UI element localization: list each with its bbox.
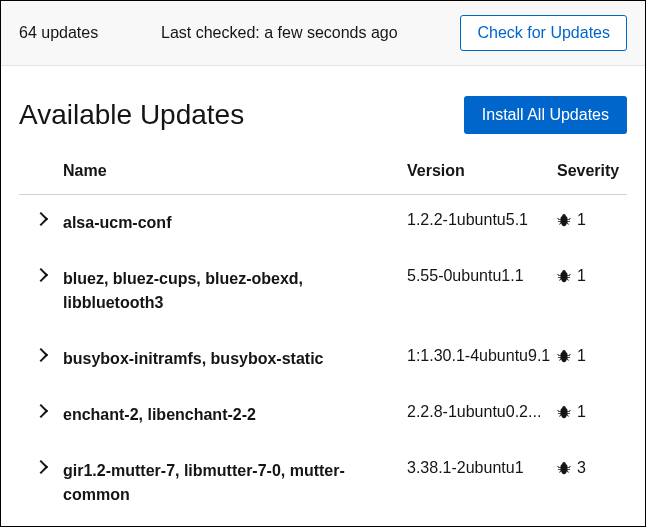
package-version: 3.38.1-2ubuntu1	[407, 459, 557, 477]
col-name-header: Name	[63, 162, 407, 180]
table-header: Name Version Severity	[19, 162, 627, 195]
package-severity: 1	[557, 347, 627, 365]
package-version: 5.55-0ubuntu1.1	[407, 267, 557, 285]
col-severity-header: Severity	[557, 162, 627, 180]
install-all-button[interactable]: Install All Updates	[464, 96, 627, 134]
package-severity: 1	[557, 403, 627, 421]
table-row: gir1.2-mutter-7, libmutter-7-0, mutter-c…	[19, 443, 627, 523]
last-checked-text: Last checked: a few seconds ago	[161, 24, 398, 42]
table-row: enchant-2, libenchant-2-2 2.2.8-1ubuntu0…	[19, 387, 627, 443]
bug-icon	[557, 349, 571, 363]
expand-icon[interactable]	[34, 268, 48, 282]
expand-icon[interactable]	[34, 212, 48, 226]
package-name: alsa-ucm-conf	[63, 211, 407, 235]
updates-count: 64 updates	[19, 24, 98, 42]
package-severity: 1	[557, 267, 627, 285]
package-name: busybox-initramfs, busybox-static	[63, 347, 407, 371]
package-version: 2.2.8-1ubuntu0.2...	[407, 403, 557, 421]
expand-icon[interactable]	[34, 348, 48, 362]
check-updates-button[interactable]: Check for Updates	[460, 15, 627, 51]
package-severity: 3	[557, 459, 627, 477]
package-version: 1.2.2-1ubuntu5.1	[407, 211, 557, 229]
table-row: bluez, bluez-cups, bluez-obexd, libbluet…	[19, 251, 627, 331]
package-name: gir1.2-mutter-7, libmutter-7-0, mutter-c…	[63, 459, 407, 507]
header-bar: 64 updates Last checked: a few seconds a…	[1, 1, 645, 66]
bug-icon	[557, 269, 571, 283]
col-version-header: Version	[407, 162, 557, 180]
package-version: 1:1.30.1-4ubuntu9.1	[407, 347, 557, 365]
bug-icon	[557, 405, 571, 419]
package-name: bluez, bluez-cups, bluez-obexd, libbluet…	[63, 267, 407, 315]
bug-icon	[557, 461, 571, 475]
table-row: alsa-ucm-conf 1.2.2-1ubuntu5.1 1	[19, 195, 627, 251]
expand-icon[interactable]	[34, 404, 48, 418]
page-title: Available Updates	[19, 99, 244, 131]
package-severity: 1	[557, 211, 627, 229]
package-name: enchant-2, libenchant-2-2	[63, 403, 407, 427]
bug-icon	[557, 213, 571, 227]
expand-icon[interactable]	[34, 460, 48, 474]
table-row: busybox-initramfs, busybox-static 1:1.30…	[19, 331, 627, 387]
